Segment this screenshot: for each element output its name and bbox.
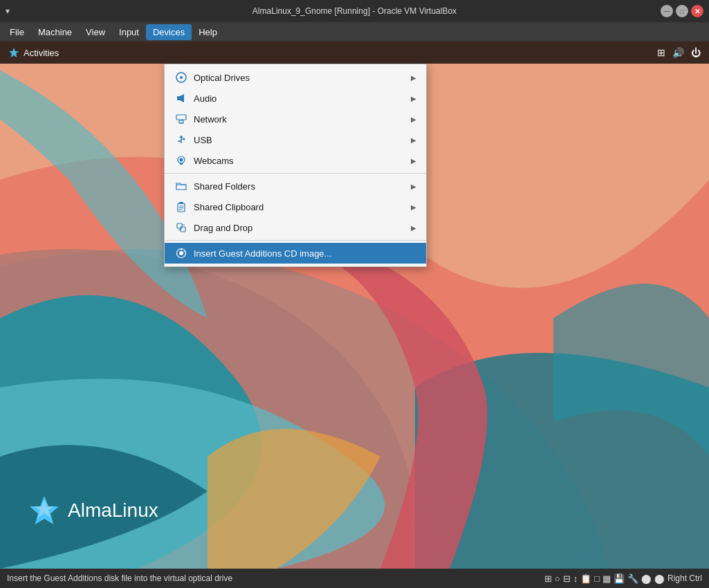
webcams-arrow: ▶ [411, 157, 416, 165]
svg-rect-8 [177, 96, 180, 100]
menu-devices[interactable]: Devices [146, 24, 192, 40]
svg-rect-25 [179, 202, 183, 204]
activities-label: Activities [24, 48, 59, 58]
svg-rect-10 [179, 120, 183, 123]
statusbar-text: Insert the Guest Additions disk file int… [7, 573, 232, 583]
svg-rect-30 [181, 227, 185, 232]
menu-item-shared-folders[interactable]: Shared Folders ▶ [165, 176, 426, 196]
menu-item-webcams[interactable]: Webcams ▶ [165, 150, 426, 171]
separator-2 [165, 240, 426, 241]
svg-point-34 [179, 251, 183, 255]
gnome-activities-button[interactable]: Activities [8, 47, 59, 58]
menu-item-usb[interactable]: USB ▶ [165, 129, 426, 150]
shared-folders-icon [174, 179, 188, 193]
shared-folders-arrow: ▶ [411, 183, 416, 190]
volume-tray-icon[interactable]: 🔊 [672, 47, 684, 58]
status-icon-10[interactable]: ⬤ [641, 573, 652, 584]
status-icon-1[interactable]: ⊞ [544, 573, 552, 584]
usb-label: USB [194, 135, 411, 145]
menu-item-insert-guest-additions[interactable]: Insert Guest Additions CD image... [165, 243, 426, 264]
gnome-systray: ⊞ 🔊 ⏻ [657, 47, 701, 58]
shared-clipboard-label: Shared Clipboard [194, 202, 411, 212]
menu-machine[interactable]: Machine [31, 24, 79, 40]
network-arrow: ▶ [411, 116, 416, 123]
statusbar-right: ⊞ ○ ⊟ ↕ 📋 □ ▦ 💾 🔧 ⬤ ⬤ Right Ctrl [544, 573, 702, 584]
drag-and-drop-arrow: ▶ [411, 224, 416, 232]
optical-drives-arrow: ▶ [411, 74, 416, 82]
menu-item-network[interactable]: Network ▶ [165, 109, 426, 129]
vm-content: Activities ⊞ 🔊 ⏻ AlmaLinux Optical Drive… [0, 42, 709, 569]
shared-folders-label: Shared Folders [194, 181, 411, 192]
menu-item-drag-and-drop[interactable]: Drag and Drop ▶ [165, 217, 426, 238]
almalinux-logo-icon [28, 494, 61, 527]
svg-rect-11 [176, 115, 186, 120]
svg-line-36 [183, 251, 185, 252]
svg-point-7 [180, 76, 183, 79]
menu-view[interactable]: View [79, 24, 112, 40]
close-button[interactable]: ✕ [691, 5, 703, 17]
menu-item-optical-drives[interactable]: Optical Drives ▶ [165, 67, 426, 88]
power-tray-icon[interactable]: ⏻ [691, 47, 701, 58]
alma-logo-text: AlmaLinux [68, 499, 158, 522]
titlebar-chevron-icon[interactable]: ▾ [6, 6, 10, 16]
almalinux-icon [8, 47, 19, 58]
status-icon-5[interactable]: 📋 [580, 573, 591, 584]
network-tray-icon[interactable]: ⊞ [657, 47, 665, 58]
titlebar-controls: — □ ✕ [661, 5, 703, 17]
menu-file[interactable]: File [3, 24, 31, 40]
status-icon-9[interactable]: 🔧 [627, 573, 638, 584]
gnome-topbar: Activities ⊞ 🔊 ⏻ [0, 42, 709, 64]
devices-menu: Optical Drives ▶ Audio ▶ Network ▶ USB ▶ [164, 64, 427, 267]
usb-icon [174, 133, 188, 147]
webcams-icon [174, 154, 188, 167]
statusbar: Insert the Guest Additions disk file int… [0, 569, 709, 588]
audio-arrow: ▶ [411, 95, 416, 102]
audio-icon [174, 91, 188, 105]
insert-guest-additions-icon [174, 246, 188, 260]
titlebar: ▾ AlmaLinux_9_Gnome [Running] - Oracle V… [0, 0, 709, 22]
status-icon-7[interactable]: ▦ [602, 573, 611, 584]
maximize-button[interactable]: □ [676, 5, 688, 17]
svg-marker-15 [179, 136, 183, 138]
svg-marker-3 [9, 48, 19, 57]
insert-guest-additions-label: Insert Guest Additions CD image... [194, 248, 416, 259]
status-icon-8[interactable]: 💾 [614, 573, 625, 584]
shared-clipboard-icon [174, 200, 188, 214]
menu-help[interactable]: Help [192, 24, 224, 40]
menu-item-shared-clipboard[interactable]: Shared Clipboard ▶ [165, 196, 426, 217]
shared-clipboard-arrow: ▶ [411, 203, 416, 211]
svg-point-21 [180, 158, 183, 162]
network-icon [174, 112, 188, 126]
status-icon-3[interactable]: ⊟ [563, 573, 571, 584]
svg-rect-19 [178, 140, 181, 142]
webcams-label: Webcams [194, 156, 411, 166]
status-icon-6[interactable]: □ [594, 573, 600, 584]
separator-1 [165, 173, 426, 174]
menu-item-audio[interactable]: Audio ▶ [165, 88, 426, 109]
titlebar-title: AlmaLinux_9_Gnome [Running] - Oracle VM … [252, 6, 457, 16]
right-ctrl-label: Right Ctrl [667, 573, 702, 583]
audio-label: Audio [194, 93, 411, 104]
network-label: Network [194, 114, 411, 125]
status-icon-4[interactable]: ↕ [573, 573, 578, 584]
svg-point-17 [183, 138, 185, 140]
optical-drives-label: Optical Drives [194, 73, 411, 83]
menubar: File Machine View Input Devices Help [0, 22, 709, 42]
minimize-button[interactable]: — [661, 5, 673, 17]
status-icon-11[interactable]: ⬤ [654, 573, 665, 584]
alma-logo: AlmaLinux [28, 494, 158, 527]
menu-input[interactable]: Input [112, 24, 146, 40]
optical-drives-icon [174, 71, 188, 84]
titlebar-left: ▾ [6, 6, 10, 16]
drag-and-drop-icon [174, 221, 188, 235]
status-icon-2[interactable]: ○ [555, 573, 560, 584]
usb-arrow: ▶ [411, 136, 416, 144]
drag-and-drop-label: Drag and Drop [194, 223, 411, 233]
svg-rect-29 [177, 223, 182, 228]
svg-marker-9 [180, 94, 184, 102]
